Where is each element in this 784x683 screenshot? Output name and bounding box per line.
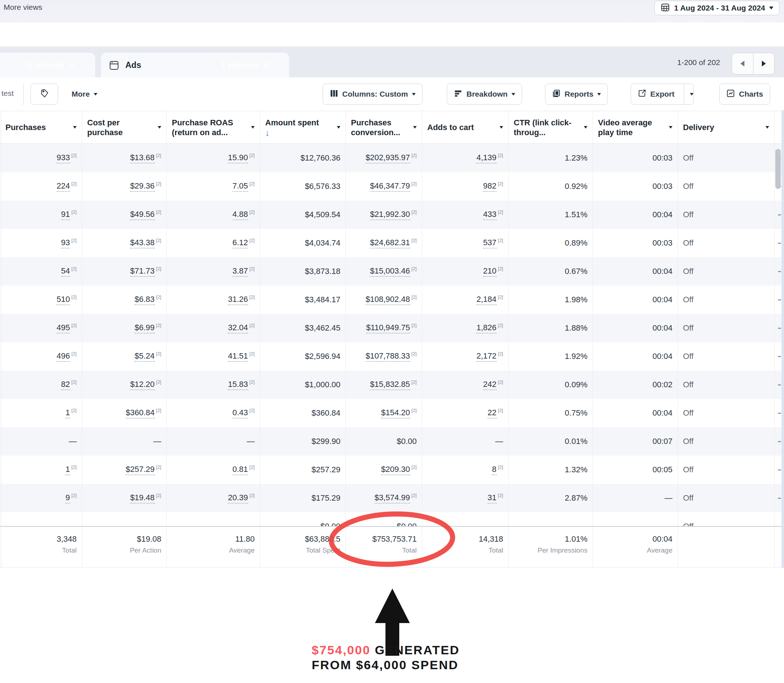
metric-value[interactable]: $107,788.33 [366, 351, 410, 362]
metric-value[interactable]: 2,184 [476, 295, 496, 305]
metric-value[interactable]: $360.84 [126, 408, 155, 418]
column-header-amount-spent[interactable]: Amount spent↓ [260, 111, 346, 144]
metric-value[interactable]: $43.38 [130, 238, 154, 249]
metric-value[interactable]: 32.04 [228, 323, 248, 333]
next-page-button[interactable] [753, 53, 774, 74]
metric-value[interactable]: $46,347.79 [370, 181, 410, 192]
tab-ads[interactable]: Ads 1 selected ✕ [101, 53, 289, 77]
metric-value[interactable]: 1,826 [476, 323, 496, 333]
metric-value[interactable]: 495 [57, 323, 70, 333]
column-header-purchase-roas[interactable]: Purchase ROAS (return on ad... [167, 111, 260, 144]
metric-value[interactable]: 933 [57, 153, 70, 164]
metric-value[interactable]: $71.73 [130, 266, 154, 277]
tag-button[interactable] [30, 83, 58, 105]
tab-campaigns[interactable]: 1 selected ✕ [0, 53, 95, 77]
metric-value[interactable]: 15.90 [228, 153, 248, 164]
metric-value[interactable]: 31 [487, 493, 496, 503]
export-options-button[interactable] [684, 84, 694, 104]
column-header-purchases-conversion-value[interactable]: Purchases conversion... [346, 111, 422, 144]
more-views-label[interactable]: More views [4, 3, 42, 12]
metric-value[interactable]: 22 [487, 408, 496, 418]
sort-caret-icon[interactable] [158, 126, 161, 128]
metric-value[interactable]: 8 [492, 465, 496, 475]
metric-value[interactable]: 15.83 [228, 380, 248, 390]
metric-value[interactable]: 242 [483, 380, 497, 390]
metric-value[interactable]: 31.26 [228, 295, 248, 305]
export-button[interactable]: Export [631, 83, 694, 105]
metric-value[interactable]: 41.51 [228, 351, 248, 362]
metric-value[interactable]: 9 [66, 493, 70, 503]
sort-caret-icon[interactable] [500, 126, 503, 128]
metric-value[interactable]: $15,003.46 [370, 266, 410, 277]
metric-value[interactable]: 2,172 [476, 351, 496, 362]
metric-value[interactable]: $110,949.75 [366, 323, 410, 333]
metric-value[interactable]: 210 [483, 266, 497, 277]
sort-caret-icon[interactable] [73, 126, 77, 128]
column-header-cost-per-purchase[interactable]: Cost per purchase [82, 111, 167, 144]
columns-button[interactable]: Columns: Custom [322, 83, 423, 105]
metric-value[interactable]: 496 [57, 351, 70, 362]
sort-descending-icon[interactable]: ↓ [265, 128, 319, 137]
column-header-video-average-play-time[interactable]: Video average play time [593, 111, 678, 144]
campaigns-selected-badge[interactable]: 1 selected ✕ [21, 56, 82, 74]
metric-value[interactable]: 224 [57, 181, 70, 192]
metric-value[interactable]: $209.30 [381, 465, 410, 475]
sort-caret-icon[interactable] [669, 126, 672, 128]
vertical-scrollbar-thumb[interactable] [775, 149, 781, 189]
metric-value[interactable]: 4.88 [232, 210, 248, 220]
column-header-delivery[interactable]: Delivery [678, 111, 774, 144]
close-icon[interactable]: ✕ [69, 61, 75, 69]
metric-value[interactable]: $12.20 [130, 380, 154, 390]
metric-value[interactable]: 1 [66, 465, 70, 475]
date-range-button[interactable]: 1 Aug 2024 - 31 Aug 2024 [654, 1, 780, 15]
sort-caret-icon[interactable] [251, 126, 255, 128]
metric-value[interactable]: 3.87 [232, 266, 248, 277]
filter-chip-test[interactable]: test [2, 89, 14, 98]
ads-selected-badge[interactable]: 1 selected ✕ [215, 56, 276, 74]
sort-caret-icon[interactable] [584, 126, 587, 128]
metric-value[interactable]: 982 [483, 181, 497, 192]
sort-caret-icon[interactable] [337, 126, 340, 128]
close-icon[interactable]: ✕ [263, 61, 269, 69]
metric-value[interactable]: $108,902.48 [366, 295, 410, 305]
metric-value[interactable]: $19.48 [130, 493, 154, 503]
metric-value[interactable]: $5.24 [135, 351, 154, 362]
metric-value[interactable]: $21,992.30 [370, 210, 410, 220]
sort-caret-icon[interactable] [765, 126, 769, 128]
metric-value[interactable]: $24,682.31 [370, 238, 410, 249]
cell-purchase-roas: 6.12[2] [167, 229, 260, 257]
more-button[interactable]: More [65, 83, 104, 105]
metric-value[interactable]: 433 [483, 210, 497, 220]
metric-value[interactable]: 91 [61, 210, 70, 220]
breakdown-button[interactable]: Breakdown [447, 83, 522, 105]
metric-value[interactable]: $13.68 [130, 153, 154, 164]
column-header-adds-to-cart[interactable]: Adds to cart [422, 111, 508, 144]
column-header-purchases[interactable]: Purchases [0, 111, 82, 144]
reports-button[interactable]: Reports [545, 83, 608, 105]
sort-caret-icon[interactable] [413, 126, 417, 128]
metric-value[interactable]: 0.81 [232, 465, 248, 475]
metric-value[interactable]: $29.36 [130, 181, 154, 192]
metric-value[interactable]: 6.12 [232, 238, 248, 249]
metric-value[interactable]: 93 [61, 238, 70, 249]
metric-value[interactable]: $3,574.99 [375, 493, 410, 503]
metric-value[interactable]: $6.99 [135, 323, 154, 333]
metric-value[interactable]: $15,832.85 [370, 380, 410, 390]
metric-value[interactable]: 4,139 [476, 153, 496, 164]
metric-value[interactable]: 7.05 [232, 181, 248, 192]
metric-value[interactable]: $49.56 [130, 210, 154, 220]
metric-value[interactable]: 537 [483, 238, 497, 249]
column-header-ctr[interactable]: CTR (link click-throug... [508, 111, 593, 144]
metric-value[interactable]: 0.43 [232, 408, 248, 418]
metric-value[interactable]: $154.20 [381, 408, 410, 418]
metric-value[interactable]: 510 [57, 295, 70, 305]
prev-page-button[interactable] [732, 53, 753, 74]
metric-value[interactable]: $202,935.97 [366, 153, 410, 164]
metric-value[interactable]: 20.39 [228, 493, 248, 503]
metric-value[interactable]: 54 [61, 266, 70, 277]
metric-value[interactable]: $6.83 [135, 295, 154, 305]
charts-button[interactable]: Charts [719, 83, 770, 105]
metric-value[interactable]: 1 [66, 408, 70, 418]
metric-value[interactable]: 82 [61, 380, 70, 390]
metric-value[interactable]: $257.29 [126, 465, 155, 475]
